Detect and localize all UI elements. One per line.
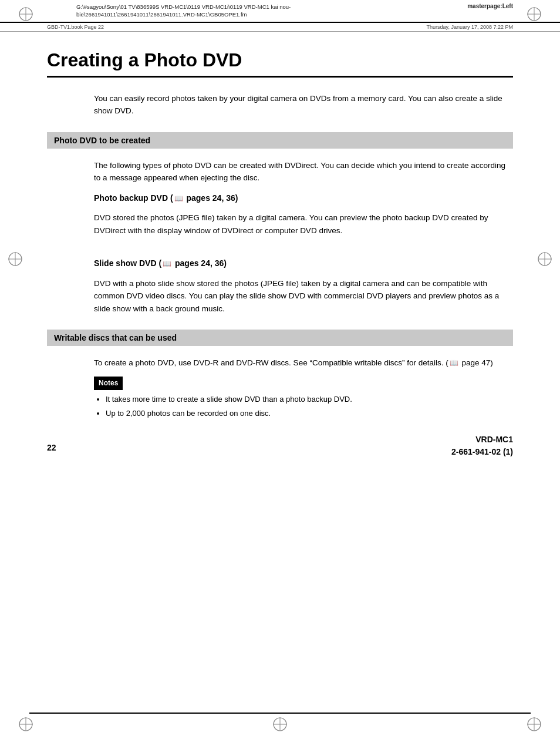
bottom-crosshairs <box>0 716 560 734</box>
header-timestamp: Thursday, January 17, 2008 7:22 PM <box>427 24 513 30</box>
book-icon-3: 📖 <box>450 358 458 369</box>
section1-body: The following types of photo DVD can be … <box>94 159 513 315</box>
section1-intro-text: The following types of photo DVD can be … <box>94 159 513 184</box>
model-info: VRD-MC1 2-661-941-02 (1) <box>451 434 513 458</box>
section2-text-part2: page 47) <box>460 358 493 367</box>
page-title: Creating a Photo DVD <box>47 49 513 78</box>
section2-text-part1: To create a photo DVD, use DVD-R and DVD… <box>94 358 448 367</box>
bottom-border-line <box>29 713 531 714</box>
section2-header: Writable discs that can be used <box>47 330 513 346</box>
header-filepath-line1: G:\#sagyou\Sony\01 TV\836599S VRD-MC1\01… <box>76 3 291 11</box>
slideshow-heading: Slide show DVD (📖 pages 24, 36) <box>94 257 513 270</box>
photo-backup-title-prefix: Photo backup DVD ( <box>94 193 173 203</box>
book-icon-2: 📖 <box>163 258 171 270</box>
slideshow-title-suffix: pages 24, 36) <box>173 258 227 268</box>
model-code: 2-661-941-02 (1) <box>451 446 513 458</box>
header-timestamp-bar: GBD-TV1.book Page 22 Thursday, January 1… <box>0 23 560 32</box>
photo-backup-heading: Photo backup DVD (📖 pages 24, 36) <box>94 191 513 204</box>
photo-backup-body: DVD stored the photos (JPEG file) taken … <box>94 211 513 237</box>
section1-header: Photo DVD to be created <box>47 132 513 149</box>
slideshow-item: Slide show DVD (📖 pages 24, 36) DVD with… <box>94 257 513 315</box>
slideshow-title-prefix: Slide show DVD ( <box>94 258 161 268</box>
notes-label: Notes <box>94 377 123 390</box>
notes-list: It takes more time to create a slide sho… <box>94 394 513 420</box>
model-name: VRD-MC1 <box>451 434 513 446</box>
page-number: 22 <box>47 443 56 452</box>
header-file-label: GBD-TV1.book Page 22 <box>47 24 104 30</box>
header-file-info: G:\#sagyou\Sony\01 TV\836599S VRD-MC1\01… <box>76 3 291 19</box>
main-content: Creating a Photo DVD You can easily reco… <box>0 32 560 470</box>
page-header: G:\#sagyou\Sony\01 TV\836599S VRD-MC1\01… <box>0 0 560 23</box>
bottom-right-crosshair <box>526 716 542 734</box>
notes-box: Notes It takes more time to create a sli… <box>94 377 513 420</box>
top-right-crosshair <box>526 6 542 24</box>
intro-paragraph: You can easily record photos taken by yo… <box>94 92 513 117</box>
note-item-1: It takes more time to create a slide sho… <box>106 394 513 406</box>
right-crosshair <box>537 251 553 269</box>
book-icon-1: 📖 <box>174 193 183 204</box>
note-item-2: Up to 2,000 photos can be recorded on on… <box>106 408 513 420</box>
photo-backup-item: Photo backup DVD (📖 pages 24, 36) DVD st… <box>94 191 513 237</box>
photo-backup-title-suffix: pages 24, 36) <box>184 193 238 203</box>
left-crosshair <box>7 251 23 269</box>
slideshow-body: DVD with a photo slide show stored the p… <box>94 277 513 315</box>
bottom-left-crosshair <box>18 716 34 734</box>
section2-main-text: To create a photo DVD, use DVD-R and DVD… <box>94 357 513 369</box>
bottom-center-crosshair <box>272 716 288 734</box>
header-filepath-line2: bie\2661941011\2661941011\2661941011.VRD… <box>76 11 291 18</box>
top-left-crosshair <box>18 6 34 24</box>
header-masterpage: masterpage:Left <box>467 3 513 9</box>
section2-body: To create a photo DVD, use DVD-R and DVD… <box>94 357 513 419</box>
